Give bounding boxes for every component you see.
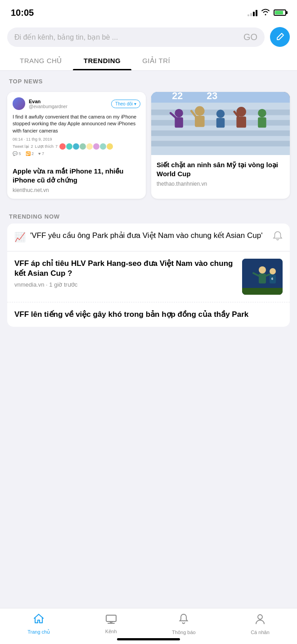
trending-headline-item[interactable]: 📈 'VFF yêu cầu ông Park phải đưa Việt Na… (7, 224, 290, 251)
nav-label-thong-bao: Thông báo (172, 630, 196, 635)
trending-now-header: TRENDING NOW (0, 206, 297, 224)
svg-point-10 (195, 106, 205, 116)
tweet-header: Evan @evanbumgardner Theo dõi ▾ (13, 97, 140, 110)
battery-icon (274, 9, 286, 16)
nav-item-kenh[interactable]: Kênh (105, 614, 117, 634)
tab-trending[interactable]: TRENDING (73, 51, 131, 70)
trending-article-title-1: VFF áp chỉ tiêu HLV Park Hang-seo đưa Vi… (14, 259, 237, 279)
svg-text:6: 6 (271, 277, 273, 280)
status-bar: 10:05 (0, 0, 297, 23)
svg-text:22: 22 (172, 92, 183, 101)
nav-item-ca-nhan[interactable]: Cá nhân (251, 613, 270, 635)
follow-button[interactable]: Theo dõi ▾ (111, 100, 140, 108)
trending-headline-text: 'VFF yêu cầu ông Park phải đưa Việt Nam … (30, 231, 262, 241)
svg-point-22 (259, 266, 266, 274)
nav-label-trang-chu: Trang chủ (27, 629, 50, 635)
tweet-likers (59, 143, 113, 150)
tweet-like-count: ♥ 7 (38, 151, 44, 156)
card-source-1: kienthuc.net.vn (13, 187, 140, 193)
search-bar[interactable]: Đi đến kênh, bảng tin, bạn bè ... GO (7, 27, 265, 47)
top-news-header: TOP NEWS (0, 71, 297, 88)
card-image-2: 22 23 (151, 92, 290, 155)
tweet-area: Evan @evanbumgardner Theo dõi ▾ I find i… (7, 92, 146, 161)
trending-article2-title: VFF lên tiếng về việc gây khó trong bản … (14, 310, 283, 320)
notification-icon (178, 613, 189, 628)
tab-trang-chu[interactable]: TRANG CHỦ (9, 51, 73, 70)
home-icon (33, 613, 45, 627)
news-card-2[interactable]: 22 23 Siết chặt an ninh sân Mỹ tại (151, 92, 290, 199)
tweet-time: 06:14 · 11 thg 9, 2019 (13, 137, 140, 142)
search-area: Đi đến kênh, bảng tin, bạn bè ... GO (0, 23, 297, 51)
svg-point-16 (258, 109, 266, 117)
svg-point-31 (258, 615, 262, 619)
tabs-bar: TRANG CHỦ TRENDING GIẢI TRÍ (0, 51, 297, 71)
news-card-1[interactable]: Evan @evanbumgardner Theo dõi ▾ I find i… (7, 92, 146, 199)
wifi-icon (261, 8, 270, 17)
svg-rect-29 (242, 288, 283, 295)
tab-giai-tri[interactable]: GIẢI TRÍ (131, 51, 181, 70)
svg-point-12 (216, 110, 225, 118)
trending-card: 📈 'VFF yêu cầu ông Park phải đưa Việt Na… (7, 224, 290, 327)
svg-rect-5 (151, 141, 290, 146)
svg-text:23: 23 (207, 92, 217, 101)
tweet-comment-count: 💬 5 (13, 151, 21, 156)
trending-arrow-icon: 📈 (14, 232, 26, 242)
top-news-row: Evan @evanbumgardner Theo dõi ▾ I find i… (0, 88, 297, 206)
cast-icon (105, 614, 117, 627)
card-title-2: Siết chặt an ninh sân Mỹ tại vòng loại W… (157, 160, 284, 178)
tweet-handle: @evanbumgardner (29, 104, 108, 109)
compose-button[interactable] (270, 27, 290, 47)
trending-article-meta-1: vnmedia.vn · 1 giờ trước (14, 281, 237, 288)
svg-point-26 (270, 268, 276, 274)
svg-rect-23 (259, 274, 266, 283)
svg-rect-15 (236, 117, 246, 128)
svg-rect-4 (151, 130, 290, 136)
svg-point-8 (175, 109, 183, 117)
svg-rect-13 (216, 118, 225, 128)
nav-item-trang-chu[interactable]: Trang chủ (27, 613, 50, 635)
nav-label-kenh: Kênh (105, 629, 117, 634)
tweet-retweet-count: 🔁 2 (26, 151, 34, 156)
card-body-1: Apple vừa ra mắt iPhone 11, nhiều iPhone… (7, 161, 146, 199)
trending-article-2[interactable]: VFF lên tiếng về việc gây khó trong bản … (7, 302, 290, 327)
person-icon (255, 613, 266, 628)
nav-label-ca-nhan: Cá nhân (251, 630, 270, 635)
trending-article-1[interactable]: VFF áp chỉ tiêu HLV Park Hang-seo đưa Vi… (7, 251, 290, 302)
tweet-meta: Tweet lại 2 Lượt thích 7 (13, 143, 140, 150)
card-title-1: Apple vừa ra mắt iPhone 11, nhiều iPhone… (13, 167, 140, 184)
search-go-icon: GO (243, 32, 257, 42)
nav-item-thong-bao[interactable]: Thông báo (172, 613, 196, 635)
tweet-name: Evan (29, 99, 108, 104)
tweet-avatar (13, 97, 25, 110)
svg-rect-30 (106, 615, 116, 621)
svg-rect-17 (258, 117, 266, 128)
tweet-actions: 💬 5 🔁 2 ♥ 7 (13, 151, 140, 156)
trending-article-image-1: 6 (242, 259, 283, 295)
trending-icon-text: 📈 'VFF yêu cầu ông Park phải đưa Việt Na… (14, 231, 268, 242)
status-icons (248, 8, 286, 17)
status-time: 10:05 (11, 8, 34, 18)
signal-icon (248, 9, 257, 16)
bell-icon[interactable] (273, 231, 283, 244)
tweet-user-info: Evan @evanbumgardner (29, 99, 108, 109)
home-indicator (117, 638, 180, 640)
tweet-content: I find it awfully convenient that the ca… (13, 114, 140, 134)
card-source-2: thethao.thanhnien.vn (157, 181, 284, 187)
search-placeholder: Đi đến kênh, bảng tin, bạn bè ... (14, 33, 118, 41)
card-body-2: Siết chặt an ninh sân Mỹ tại vòng loại W… (151, 155, 290, 192)
trending-article-content-1: VFF áp chỉ tiêu HLV Park Hang-seo đưa Vi… (14, 259, 237, 288)
